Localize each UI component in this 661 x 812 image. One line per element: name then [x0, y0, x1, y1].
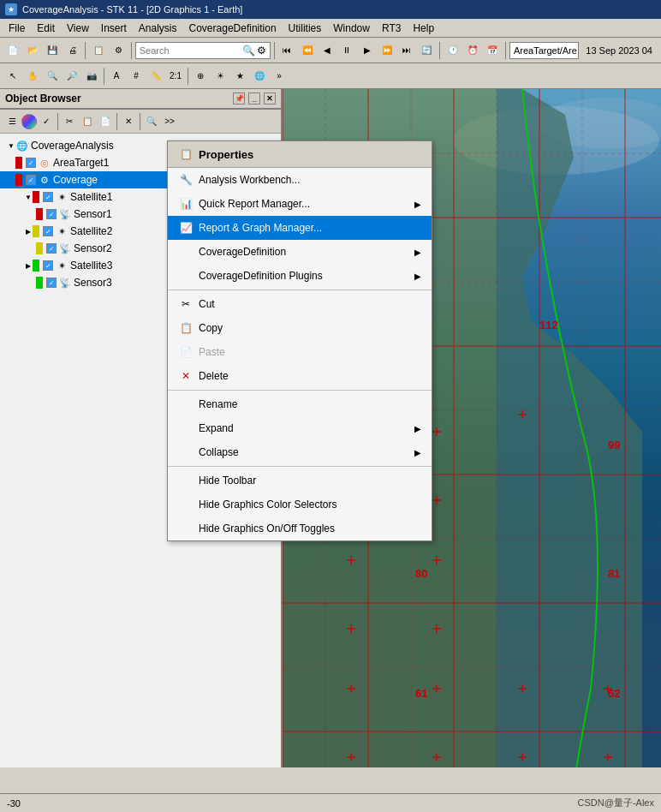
indicator-sensor1 — [36, 208, 43, 220]
ob-cut-btn[interactable]: ✂ — [61, 113, 78, 130]
print-btn[interactable]: 🖨 — [63, 41, 81, 60]
ob-expand-btn[interactable]: >> — [161, 113, 178, 130]
panel-pin[interactable]: 📌 — [233, 93, 245, 104]
step-back-end[interactable]: ⏮ — [278, 41, 296, 60]
ctx-rename[interactable]: Rename — [168, 392, 432, 416]
prev-frame[interactable]: ◀ — [318, 41, 336, 60]
indicator-areatarget — [15, 157, 22, 169]
cb-sat2[interactable]: ✓ — [43, 226, 53, 236]
ob-view-btn[interactable]: ☰ — [3, 113, 21, 130]
ctx-coverage-def[interactable]: CoverageDefinition ▶ — [168, 240, 432, 264]
fast-forward[interactable]: ⏩ — [378, 41, 396, 60]
panel-minimize[interactable]: _ — [248, 93, 260, 104]
pause-btn[interactable]: ⏸ — [338, 41, 356, 60]
star-tool[interactable]: ★ — [230, 67, 249, 86]
search-input[interactable] — [140, 45, 242, 56]
ctx-delete[interactable]: ✕ Delete — [168, 364, 432, 388]
hide-toggle-icon — [178, 521, 194, 536]
cb-sensor3[interactable]: ✓ — [46, 278, 57, 288]
expand-sat2[interactable]: ▶ — [24, 227, 33, 236]
ctx-copy[interactable]: 📋 Copy — [168, 316, 432, 340]
ctx-rename-label: Rename — [199, 398, 421, 410]
menu-file[interactable]: File — [3, 21, 30, 36]
ctx-hide-toolbar[interactable]: Hide Toolbar — [168, 469, 432, 493]
area-target-icon: ◎ — [38, 156, 51, 170]
ctx-hide-color[interactable]: Hide Graphics Color Selectors — [168, 493, 432, 516]
cb-sensor2[interactable]: ✓ — [46, 243, 57, 254]
search-settings-icon[interactable]: ⚙ — [257, 45, 266, 57]
map-num-99: 99 — [608, 439, 620, 451]
properties-btn[interactable]: ⚙ — [109, 41, 127, 60]
ob-paste-btn[interactable]: 📄 — [97, 113, 114, 130]
ctx-analysis-workbench[interactable]: 🔧 Analysis Workbench... — [168, 168, 432, 192]
extras-btn[interactable]: » — [270, 67, 289, 86]
search-icon[interactable]: 🔍 — [242, 45, 255, 57]
camera-tool[interactable]: 📷 — [82, 67, 101, 86]
cb-areatarget[interactable]: ✓ — [26, 158, 36, 168]
zoom-out-tool[interactable]: 🔎 — [63, 67, 81, 86]
ctx-header[interactable]: 📋 Properties — [168, 141, 432, 168]
grid-tool[interactable]: # — [127, 67, 146, 86]
menu-analysis[interactable]: Analysis — [134, 21, 182, 36]
menu-help[interactable]: Help — [408, 21, 439, 36]
cb-sat3[interactable]: ✓ — [43, 260, 53, 271]
select-tool[interactable]: ↖ — [3, 67, 22, 86]
loop-btn[interactable]: 🔄 — [418, 41, 436, 60]
ctx-sep2 — [168, 390, 432, 391]
zoom-in-tool[interactable]: 🔍 — [43, 67, 62, 86]
cb-sat1[interactable]: ✓ — [43, 192, 53, 202]
ob-delete-btn[interactable]: ✕ — [120, 113, 137, 130]
ctx-hide-toggle[interactable]: Hide Graphics On/Off Toggles — [168, 516, 432, 540]
menu-rt3[interactable]: RT3 — [377, 21, 406, 36]
save-btn[interactable]: 💾 — [44, 41, 62, 60]
area-target-input[interactable]: AreaTarget/Are — [509, 42, 579, 59]
object-browser-header: Object Browser 📌 _ ✕ — [0, 89, 281, 110]
ob-toolbar: ☰ ✓ ✂ 📋 📄 ✕ 🔍 >> — [0, 110, 281, 134]
measure-tool[interactable]: 📏 — [146, 67, 165, 86]
menu-edit[interactable]: Edit — [32, 21, 60, 36]
menu-insert[interactable]: Insert — [96, 21, 132, 36]
ob-check-btn[interactable]: ✓ — [38, 113, 55, 130]
sep-ob1 — [57, 113, 58, 130]
collapse-icon — [178, 445, 194, 460]
ctx-cut[interactable]: ✂ Cut — [168, 292, 432, 316]
tree-label-coverage: Coverage — [53, 174, 98, 186]
expand-sat3[interactable]: ▶ — [24, 261, 33, 270]
step-back[interactable]: ⏪ — [298, 41, 316, 60]
expand-sat1[interactable]: ▼ — [24, 193, 33, 201]
calendar-icon[interactable]: 📅 — [484, 41, 502, 60]
new-btn[interactable]: 📄 — [3, 41, 21, 60]
ctx-expand[interactable]: Expand ▶ — [168, 416, 432, 440]
hand-tool[interactable]: ✋ — [23, 67, 42, 86]
clock-icon[interactable]: 🕐 — [444, 41, 462, 60]
target-tool[interactable]: ⊕ — [191, 67, 210, 86]
ctx-quick-report[interactable]: 📊 Quick Report Manager... ▶ — [168, 192, 432, 216]
ctx-report-graph[interactable]: 📈 Report & Graph Manager... — [168, 216, 432, 240]
expand-root[interactable]: ▼ — [7, 141, 15, 150]
play-btn[interactable]: ▶ — [358, 41, 376, 60]
ob-color-btn[interactable] — [21, 114, 37, 129]
step-forward[interactable]: ⏭ — [397, 41, 415, 60]
cb-coverage[interactable]: ✓ — [26, 175, 36, 185]
ob-copy-btn[interactable]: 📋 — [79, 113, 96, 130]
ob-find-btn[interactable]: 🔍 — [143, 113, 160, 130]
menu-coverage[interactable]: CoverageDefinition — [184, 21, 282, 36]
menu-utilities[interactable]: Utilities — [283, 21, 327, 36]
ctx-paste-label: Paste — [199, 346, 421, 358]
globe-tool[interactable]: 🌐 — [250, 67, 269, 86]
ctx-coverage-plugins[interactable]: CoverageDefinition Plugins ▶ — [168, 264, 432, 288]
sun-tool[interactable]: ☀ — [211, 67, 229, 86]
cb-sensor1[interactable]: ✓ — [46, 209, 57, 219]
ref-tool[interactable]: 2:1 — [166, 67, 185, 86]
open-btn[interactable]: 📂 — [23, 41, 41, 60]
label-tool[interactable]: A — [107, 67, 126, 86]
status-bar: -30 CSDN@量子-Alex — [0, 793, 661, 812]
menu-view[interactable]: View — [62, 21, 94, 36]
clock2-icon[interactable]: ⏰ — [463, 41, 481, 60]
search-box: 🔍 ⚙ — [135, 42, 271, 59]
map-num-112: 112 — [539, 319, 558, 331]
copy-btn2[interactable]: 📋 — [89, 41, 107, 60]
menu-window[interactable]: Window — [328, 21, 375, 36]
ctx-collapse[interactable]: Collapse ▶ — [168, 440, 432, 464]
panel-close[interactable]: ✕ — [264, 93, 276, 104]
